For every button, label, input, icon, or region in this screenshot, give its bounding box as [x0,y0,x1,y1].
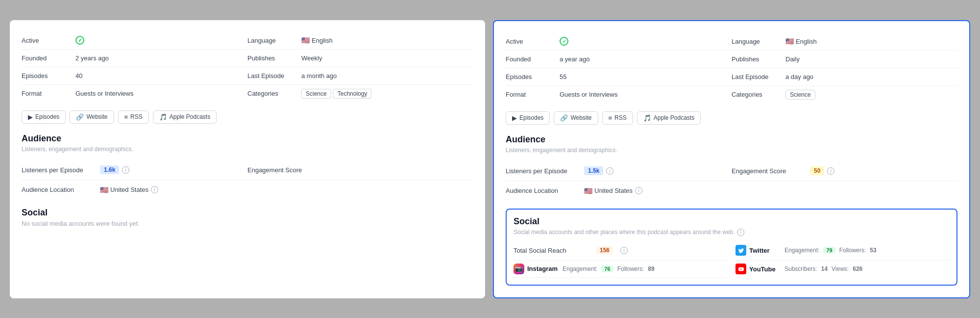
youtube-icon [735,264,746,274]
right-language-row: Language 🇺🇸 English [732,33,957,51]
right-episodes-value: 55 [560,73,566,80]
right-applepodcasts-button[interactable]: 🎵 Apple Podcasts [637,111,701,125]
right-listeners-info-icon[interactable]: i [606,167,613,175]
right-founded-label: Founded [506,55,560,63]
right-social-section: Social Social media accounts and other p… [506,209,957,286]
left-episodes-button[interactable]: ▶ Episodes [22,110,66,124]
left-location-row: Audience Location 🇺🇸 United States i [22,180,247,200]
website-icon: 🔗 [76,113,84,121]
left-metrics-grid: Listeners per Episode 1.6k i Engagement … [22,160,473,200]
right-twitter-engagement-key: Engagement: [784,247,819,254]
right-btn-row: ▶ Episodes 🔗 Website ≡ RSS 🎵 Apple Podca… [506,111,957,125]
right-episodes-row: Episodes 55 [506,68,732,86]
left-audience-title: Audience [22,133,473,144]
main-container: Active ✓ Founded 2 years ago Episodes 40… [10,20,970,298]
left-founded-value: 2 years ago [75,54,109,62]
right-format-value: Guests or Interviews [560,91,618,98]
left-founded-row: Founded 2 years ago [22,50,247,67]
right-location-flag: 🇺🇸 [584,187,592,195]
left-engagement-label: Engagement Score [247,166,326,174]
right-youtube-views-val: 626 [853,265,862,272]
right-instagram-platform: 📷 Instagram [514,264,563,274]
left-rss-button[interactable]: ≡ RSS [118,110,149,124]
left-language-label: Language [247,37,301,44]
right-format-label: Format [506,91,560,98]
right-lastepisode-row: Last Episode a day ago [732,68,957,86]
right-twitter-stats: Engagement: 79 Followers: 53 [784,247,877,254]
right-listeners-row: Listeners per Episode 1.5k i [506,161,732,181]
left-info-left-col: Active ✓ Founded 2 years ago Episodes 40… [22,32,247,103]
left-social-title: Social [22,208,473,218]
right-listeners-label: Listeners per Episode [506,167,584,175]
right-info-left-col: Active ✓ Founded a year ago Episodes 55 … [506,33,732,104]
right-episodes-label: Episodes [506,73,560,80]
right-youtube-subscribers-key: Subscribers: [784,265,817,272]
right-website-button[interactable]: 🔗 Website [554,111,598,125]
right-engagement-info-icon[interactable]: i [827,167,834,175]
left-audience-subtitle: Listeners, engagement and demographics. [22,146,473,153]
left-listeners-info-icon[interactable]: i [122,166,129,174]
twitter-icon [735,245,746,256]
left-audience-section: Audience Listeners, engagement and demog… [22,133,473,200]
right-rss-btn-label: RSS [614,114,627,121]
right-location-value: United States [594,187,633,194]
left-listeners-row: Listeners per Episode 1.6k i [22,160,247,180]
right-active-row: Active ✓ [506,33,732,51]
left-lastepisode-value: a month ago [301,72,337,80]
right-info-right-col: Language 🇺🇸 English Publishes Daily Last… [732,33,957,104]
left-location-info-icon[interactable]: i [151,186,158,193]
left-publishes-row: Publishes Weekly [247,50,473,67]
left-applepodcasts-button[interactable]: 🎵 Apple Podcasts [153,110,217,124]
left-publishes-label: Publishes [247,54,301,62]
right-twitter-engagement-val: 79 [823,247,835,254]
right-publishes-row: Publishes Daily [732,51,957,68]
right-categories-label: Categories [732,91,785,98]
left-active-icon: ✓ [75,36,84,45]
right-instagram-stats: Engagement: 76 Followers: 89 [563,265,655,272]
left-social-section: Social No social media accounts were fou… [22,208,473,227]
left-location-value: United States [110,186,148,193]
left-active-row: Active ✓ [22,32,247,50]
right-social-info-icon[interactable]: i [737,229,744,236]
right-format-row: Format Guests or Interviews [506,86,732,104]
left-info-right-col: Language 🇺🇸 English Publishes Weekly Las… [247,32,473,103]
left-categories-row: Categories Science Technology [247,85,473,103]
right-audience-section: Audience Listeners, engagement and demog… [506,134,957,201]
left-format-label: Format [22,90,75,97]
left-card: Active ✓ Founded 2 years ago Episodes 40… [10,20,485,298]
left-lastepisode-row: Last Episode a month ago [247,67,473,85]
right-lastepisode-value: a day ago [785,73,813,80]
right-location-info-icon[interactable]: i [635,187,642,194]
left-tag-technology: Technology [333,89,372,99]
right-instagram-row: 📷 Instagram Engagement: 76 Followers: 89 [514,261,728,278]
left-website-button[interactable]: 🔗 Website [70,110,114,124]
right-twitter-platform: Twitter [735,245,784,256]
right-youtube-subscribers-val: 14 [821,265,828,272]
left-active-label: Active [22,37,75,44]
applepodcasts-icon: 🎵 [159,113,167,121]
left-episodes-value: 40 [75,72,82,80]
right-language-value: English [796,38,817,45]
right-location-row: Audience Location 🇺🇸 United States i [506,181,732,201]
left-listeners-badge: 1.6k [100,165,119,174]
right-categories-row: Categories Science [732,86,957,104]
left-listeners-label: Listeners per Episode [22,166,100,174]
left-location-flag: 🇺🇸 [100,186,108,194]
right-tag-science: Science [785,90,815,100]
left-founded-label: Founded [22,54,75,62]
right-episodes-button[interactable]: ▶ Episodes [506,111,550,125]
right-rss-button[interactable]: ≡ RSS [602,111,633,125]
right-episodes-icon: ▶ [512,114,517,122]
right-publishes-label: Publishes [732,55,785,63]
right-total-reach-info-icon[interactable]: i [620,247,628,254]
right-total-reach-badge: 156 [596,246,613,255]
left-episodes-label: Episodes [22,72,75,80]
right-twitter-row: Twitter Engagement: 79 Followers: 53 [735,241,950,261]
right-social-subtitle: Social media accounts and other places w… [514,229,735,236]
left-format-row: Format Guests or Interviews [22,85,247,103]
right-engagement-label: Engagement Score [732,167,810,175]
right-total-reach-row: Total Social Reach 156 i [514,241,728,261]
instagram-icon: 📷 [514,264,524,274]
left-episodes-row: Episodes 40 [22,67,247,85]
right-twitter-label: Twitter [749,247,770,254]
